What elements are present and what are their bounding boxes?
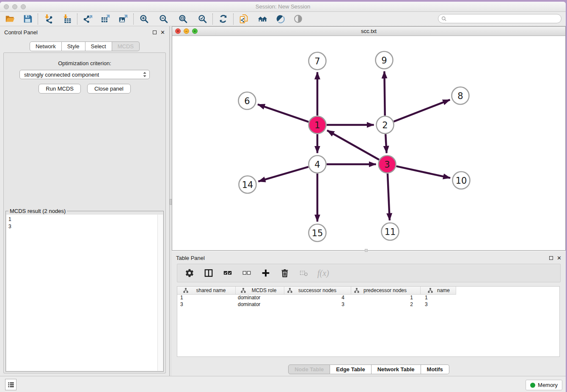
graph-node-6[interactable]: 6	[239, 92, 256, 110]
open-file-button[interactable]	[3, 13, 16, 25]
zoom-selected-button[interactable]	[196, 13, 209, 25]
export-image-icon	[118, 14, 128, 24]
edge-2-9[interactable]	[384, 71, 385, 116]
checked-boxes-icon	[223, 268, 232, 278]
network-canvas[interactable]: 7968124314101511	[172, 36, 565, 250]
edge-3-11[interactable]	[388, 174, 390, 221]
node-label-6: 6	[244, 96, 250, 106]
table-cell[interactable]: 3	[421, 301, 456, 308]
graph-node-4[interactable]: 4	[309, 156, 326, 173]
tab-select[interactable]: Select	[85, 41, 112, 51]
edge-2-8[interactable]	[394, 100, 450, 121]
tab-node-table[interactable]: Node Table	[288, 364, 330, 374]
birds-eye-view-button[interactable]	[292, 13, 304, 25]
graph-node-8[interactable]: 8	[452, 87, 469, 105]
export-network-button[interactable]	[81, 13, 94, 25]
graph-node-10[interactable]: 10	[453, 172, 470, 189]
graph-node-14[interactable]: 14	[239, 176, 256, 193]
table-settings-button[interactable]	[184, 268, 195, 279]
table-row[interactable]: 3dominator323	[177, 301, 559, 308]
tab-motifs[interactable]: Motifs	[421, 364, 449, 374]
tab-style[interactable]: Style	[62, 41, 85, 51]
search-input[interactable]	[449, 15, 561, 22]
zoom-fit-button[interactable]	[176, 13, 189, 25]
export-table-button[interactable]	[99, 13, 112, 25]
table-cell[interactable]: 1	[351, 295, 421, 301]
zoom-in-button[interactable]	[138, 13, 150, 25]
edge-3-10[interactable]	[396, 166, 450, 178]
edge-2-3[interactable]	[385, 134, 386, 153]
import-table-button[interactable]	[61, 13, 73, 25]
select-all-columns-button[interactable]	[222, 268, 233, 279]
result-scrollbar[interactable]	[157, 215, 163, 371]
graph-node-9[interactable]: 9	[376, 52, 393, 69]
table-cell[interactable]: 1	[177, 295, 236, 301]
node-label-1: 1	[314, 120, 320, 130]
task-history-button[interactable]	[5, 379, 17, 390]
table-panel: Table Panel ✕ f(x) shared nameMCDS roles…	[172, 252, 566, 376]
float-panel-icon[interactable]	[153, 30, 157, 34]
column-header-predecessor-nodes[interactable]: predecessor nodes	[351, 287, 421, 295]
mcds-result-title: MCDS result (2 nodes)	[8, 208, 67, 214]
memory-button[interactable]: Memory	[526, 380, 562, 390]
graph-node-3[interactable]: 3	[379, 156, 396, 173]
window-titlebar: Session: New Session	[0, 2, 566, 12]
table-body: 1dominator4113dominator323	[177, 295, 559, 308]
column-header-shared-name[interactable]: shared name	[177, 287, 236, 295]
column-header-MCDS-role[interactable]: MCDS role	[236, 287, 284, 295]
graph-node-2[interactable]: 2	[377, 116, 394, 134]
edge-3-1[interactable]	[327, 130, 379, 160]
run-mcds-button[interactable]: Run MCDS	[39, 84, 81, 94]
deselect-all-columns-button[interactable]	[241, 268, 252, 279]
optimization-dropdown[interactable]: strongly connected component	[19, 70, 150, 79]
status-bar: Memory	[0, 376, 566, 392]
table-cell[interactable]: 3	[284, 301, 351, 308]
close-panel-icon[interactable]: ✕	[160, 30, 165, 34]
search-field[interactable]	[438, 14, 561, 23]
graph-node-11[interactable]: 11	[382, 223, 399, 240]
node-label-10: 10	[456, 176, 467, 186]
save-session-button[interactable]	[21, 13, 34, 25]
tab-network[interactable]: Network	[30, 41, 62, 51]
zoom-out-button[interactable]	[157, 13, 170, 25]
graph-node-7[interactable]: 7	[309, 52, 326, 70]
network-resize-grip[interactable]	[365, 249, 368, 252]
tab-mcds[interactable]: MCDS	[112, 41, 140, 51]
toggle-panes-button[interactable]	[203, 268, 214, 279]
close-panel-button[interactable]: Close panel	[87, 84, 131, 94]
home-layout-button[interactable]	[256, 13, 269, 25]
export-image-button[interactable]	[117, 13, 129, 25]
table-close-panel-icon[interactable]: ✕	[557, 256, 561, 260]
table-cell[interactable]: 3	[177, 301, 236, 308]
split-panes-icon	[204, 268, 213, 278]
stepper-arrows-icon	[143, 72, 147, 77]
show-graphics-details-button[interactable]	[274, 13, 286, 25]
node-label-7: 7	[314, 56, 320, 66]
graph-node-1[interactable]: 1	[309, 116, 326, 134]
table-row[interactable]: 1dominator411	[177, 295, 559, 301]
table-cell[interactable]: 4	[284, 295, 351, 301]
delete-table-button[interactable]	[298, 268, 309, 279]
column-header-name[interactable]: name	[421, 287, 456, 295]
import-network-button[interactable]	[42, 13, 55, 25]
app-window: Session: New Session	[0, 2, 566, 392]
table-float-panel-icon[interactable]	[549, 256, 553, 260]
table-cell[interactable]: 1	[421, 295, 456, 301]
table-cell[interactable]: 2	[351, 301, 421, 308]
graph-node-15[interactable]: 15	[309, 224, 326, 242]
refresh-button[interactable]	[217, 13, 229, 25]
edge-1-6[interactable]	[258, 105, 308, 122]
column-header-successor-nodes[interactable]: successor nodes	[284, 287, 351, 295]
function-builder-button[interactable]: f(x)	[317, 268, 329, 278]
add-column-button[interactable]	[260, 268, 271, 279]
duplicate-network-button[interactable]	[237, 13, 250, 25]
birds-eye-icon	[293, 14, 303, 24]
table-cell[interactable]: dominator	[236, 301, 284, 308]
tab-edge-table[interactable]: Edge Table	[330, 364, 371, 374]
mcds-panel: Optimization criterion: strongly connect…	[3, 52, 166, 373]
mcds-result-text[interactable]: 1 3	[6, 215, 157, 371]
edge-4-14[interactable]	[258, 167, 308, 181]
table-cell[interactable]: dominator	[236, 295, 284, 301]
delete-columns-button[interactable]	[279, 268, 290, 279]
tab-network-table[interactable]: Network Table	[372, 364, 421, 374]
